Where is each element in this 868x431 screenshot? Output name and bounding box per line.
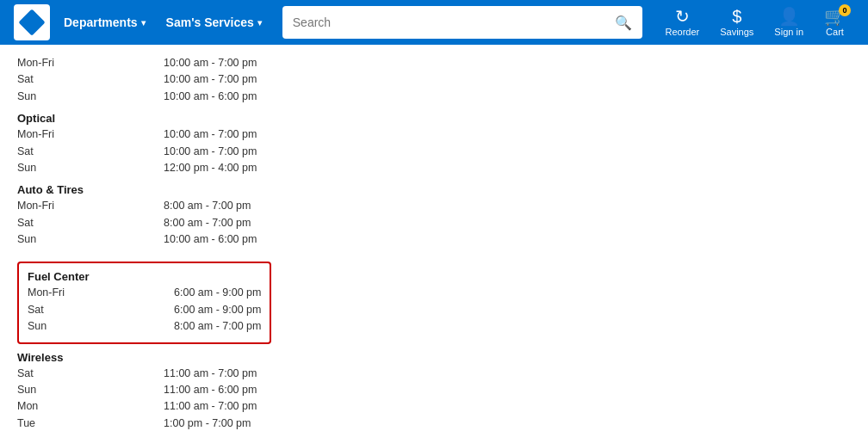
- day-label: Mon-Fri: [17, 126, 164, 143]
- table-row: Mon-Fri8:00 am - 7:00 pm: [17, 198, 851, 214]
- time-label: 12:00 pm - 4:00 pm: [164, 160, 257, 176]
- time-label: 8:00 am - 7:00 pm: [174, 318, 261, 335]
- sams-services-button[interactable]: Sam's Services ▾: [159, 10, 269, 34]
- day-label: Sat: [17, 366, 164, 382]
- table-row: Sat10:00 am - 7:00 pm: [17, 71, 851, 88]
- table-row: Sun10:00 am - 6:00 pm: [17, 89, 851, 105]
- table-row: Sun10:00 am - 6:00 pm: [17, 231, 851, 248]
- service-name: Wireless: [17, 351, 851, 364]
- time-label: 6:00 am - 9:00 pm: [174, 285, 261, 301]
- day-label: Sun: [17, 231, 164, 248]
- table-row: Sat6:00 am - 9:00 pm: [28, 302, 261, 318]
- day-label: Mon: [17, 398, 164, 415]
- time-label: 11:00 am - 7:00 pm: [164, 366, 257, 382]
- table-row: Mon11:00 am - 7:00 pm: [17, 398, 851, 415]
- sams-services-chevron-icon: ▾: [257, 18, 262, 28]
- table-row: Sun12:00 pm - 4:00 pm: [17, 160, 851, 176]
- cart-button[interactable]: 🛒 0 Cart: [815, 4, 854, 40]
- time-label: 11:00 am - 7:00 pm: [164, 398, 257, 415]
- cart-icon: 🛒 0: [824, 8, 846, 25]
- time-label: 10:00 am - 7:00 pm: [164, 71, 257, 88]
- day-label: Sat: [28, 302, 174, 318]
- reorder-icon: ↻: [675, 8, 690, 25]
- service-section: OpticalMon-Fri10:00 am - 7:00 pmSat10:00…: [17, 112, 851, 176]
- time-label: 10:00 am - 7:00 pm: [164, 144, 257, 160]
- table-row: Mon-Fri10:00 am - 7:00 pm: [17, 126, 851, 143]
- header: Departments ▾ Sam's Services ▾ 🔍 ↻ Reord…: [0, 0, 868, 45]
- day-label: Sun: [17, 89, 164, 105]
- savings-icon: $: [732, 8, 741, 25]
- table-row: Sat11:00 am - 7:00 pm: [17, 366, 851, 382]
- day-label: Sun: [17, 160, 164, 176]
- day-label: Mon-Fri: [17, 55, 164, 71]
- time-label: 1:00 pm - 7:00 pm: [164, 416, 251, 431]
- logo-diamond: [18, 9, 45, 35]
- service-name: Optical: [17, 112, 851, 125]
- service-name: Auto & Tires: [17, 183, 851, 196]
- header-actions: ↻ Reorder $ Savings 👤 Sign in 🛒 0 Cart: [656, 4, 854, 40]
- table-row: Sun8:00 am - 7:00 pm: [28, 318, 261, 335]
- time-label: 10:00 am - 6:00 pm: [164, 89, 257, 105]
- time-label: 8:00 am - 7:00 pm: [164, 215, 251, 231]
- table-row: Sun11:00 am - 6:00 pm: [17, 382, 851, 398]
- table-row: Mon-Fri10:00 am - 7:00 pm: [17, 55, 851, 71]
- search-bar: 🔍: [282, 6, 643, 39]
- reorder-button[interactable]: ↻ Reorder: [656, 4, 708, 40]
- service-section: WirelessSat11:00 am - 7:00 pmSun11:00 am…: [17, 351, 851, 432]
- savings-button[interactable]: $ Savings: [711, 4, 762, 40]
- time-label: 11:00 am - 6:00 pm: [164, 382, 257, 398]
- day-label: Sat: [17, 215, 164, 231]
- time-label: 6:00 am - 9:00 pm: [174, 302, 261, 318]
- time-label: 10:00 am - 6:00 pm: [164, 231, 257, 248]
- departments-button[interactable]: Departments ▾: [57, 10, 152, 34]
- service-section: Mon-Fri10:00 am - 7:00 pmSat10:00 am - 7…: [17, 55, 851, 105]
- table-row: Mon-Fri6:00 am - 9:00 pm: [28, 285, 261, 301]
- user-icon: 👤: [778, 8, 800, 25]
- day-label: Tue: [17, 416, 164, 431]
- day-label: Sat: [17, 144, 164, 160]
- table-row: Sat8:00 am - 7:00 pm: [17, 215, 851, 231]
- main-content: Mon-Fri10:00 am - 7:00 pmSat10:00 am - 7…: [0, 45, 868, 431]
- time-label: 10:00 am - 7:00 pm: [164, 55, 257, 71]
- departments-chevron-icon: ▾: [141, 18, 146, 28]
- search-input[interactable]: [293, 15, 616, 29]
- day-label: Sat: [17, 71, 164, 88]
- service-section: Auto & TiresMon-Fri8:00 am - 7:00 pmSat8…: [17, 183, 851, 248]
- day-label: Sun: [28, 318, 174, 335]
- time-label: 8:00 am - 7:00 pm: [164, 198, 251, 214]
- fuel-center-section: Fuel CenterMon-Fri6:00 am - 9:00 pmSat6:…: [17, 255, 851, 350]
- table-row: Sat10:00 am - 7:00 pm: [17, 144, 851, 160]
- table-row: Tue1:00 pm - 7:00 pm: [17, 416, 851, 431]
- day-label: Sun: [17, 382, 164, 398]
- day-label: Mon-Fri: [17, 198, 164, 214]
- service-name: Fuel Center: [28, 270, 261, 283]
- logo[interactable]: [14, 4, 50, 40]
- day-label: Mon-Fri: [28, 285, 174, 301]
- time-label: 10:00 am - 7:00 pm: [164, 126, 257, 143]
- signin-button[interactable]: 👤 Sign in: [766, 4, 812, 40]
- search-icon[interactable]: 🔍: [615, 15, 632, 31]
